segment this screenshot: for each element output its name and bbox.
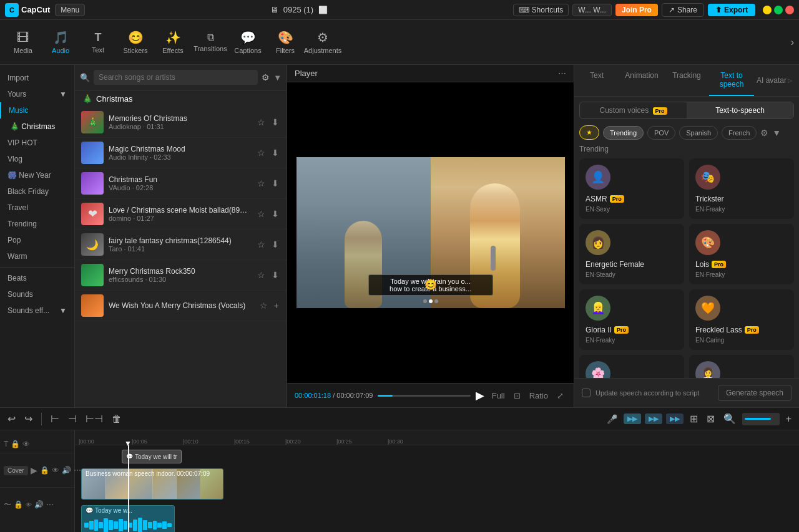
delete-button[interactable]: 🗑 — [109, 411, 124, 427]
download-button[interactable]: ⬇ — [270, 147, 280, 159]
download-button[interactable]: ⬇ — [270, 208, 280, 220]
tab-animation[interactable]: Animation — [619, 65, 664, 96]
tl-audio-button1[interactable]: ▶▶ — [624, 414, 641, 424]
sidebar-item-import[interactable]: Import — [0, 70, 74, 86]
crop-icon-button[interactable]: ⊡ — [511, 390, 523, 402]
eye-icon-audio[interactable]: 👁 — [26, 501, 32, 508]
tool-media[interactable]: 🎞 Media — [5, 24, 41, 61]
tab-ai-avatar[interactable]: AI avatar▷ — [754, 65, 799, 96]
split2-button[interactable]: ⊠ — [704, 410, 717, 427]
sidebar-item-beats[interactable]: Beats — [0, 270, 74, 286]
text-to-speech-button[interactable]: Text-to-speech — [687, 102, 793, 118]
favorite-button[interactable]: ☆ — [256, 208, 267, 220]
sidebar-item-black-friday[interactable]: Black Friday — [0, 183, 74, 200]
add-button[interactable]: + — [273, 299, 280, 312]
tool-text[interactable]: T Text — [80, 24, 116, 61]
favorite-button[interactable]: ☆ — [256, 177, 267, 190]
sidebar-item-travel[interactable]: Travel — [0, 200, 74, 216]
favorite-button[interactable]: ☆ — [256, 238, 267, 251]
tab-tracking[interactable]: Tracking — [664, 65, 709, 96]
lock-icon-caption[interactable]: 🔒 — [11, 440, 20, 448]
voice-card-energetic-female[interactable]: 👩 Energetic Female EN·Steady — [579, 224, 684, 284]
filter-french-button[interactable]: French — [722, 126, 757, 140]
filter-spanish-button[interactable]: Spanish — [679, 126, 718, 140]
maximize-button[interactable] — [774, 6, 783, 14]
download-button[interactable]: ⬇ — [270, 269, 280, 281]
full-button[interactable]: Full — [489, 390, 507, 402]
tool-effects[interactable]: ✨ Effects — [155, 24, 191, 61]
mic-button[interactable]: 🎤 — [604, 412, 620, 427]
filter-trending-button[interactable]: Trending — [603, 126, 644, 140]
ratio-button[interactable]: Ratio — [527, 390, 551, 402]
split-button[interactable]: ⊢ — [48, 410, 62, 427]
trim-left-button[interactable]: ⊣ — [66, 410, 79, 427]
tab-text[interactable]: Text — [574, 65, 619, 96]
list-item[interactable]: 🌙 fairy tale fantasy christmas(1286544) … — [75, 230, 287, 260]
sidebar-item-new-year[interactable]: 🎆 New Year — [0, 167, 74, 183]
zoom-slider[interactable] — [742, 413, 780, 425]
favorite-button[interactable]: ☆ — [256, 116, 267, 128]
filter-pov-button[interactable]: POV — [647, 126, 675, 140]
sidebar-item-yours[interactable]: Yours▼ — [0, 86, 74, 102]
zoom-out-button[interactable]: 🔍 — [721, 410, 738, 427]
more-icon-audio[interactable]: ⋯ — [46, 500, 54, 509]
list-item[interactable]: ❤ Love / Christmas scene Moist ballad(89… — [75, 199, 287, 230]
eye-icon-video[interactable]: 👁 — [52, 466, 59, 475]
list-item[interactable]: 🎄 Memories Of Christmas Audioknap · 01:3… — [75, 107, 287, 138]
voice-card-neutral-woman[interactable]: 👩‍💼 Neutral Woman EN·Steady — [689, 355, 794, 378]
favorite-button[interactable]: ☆ — [256, 269, 267, 281]
tool-adjustments[interactable]: ⚙ Adjustments — [305, 24, 341, 61]
export-button[interactable]: ⬆ Export — [708, 4, 755, 16]
join-pro-button[interactable]: Join Pro — [615, 4, 658, 16]
fullscreen-button[interactable]: ⤢ — [554, 390, 566, 402]
voice-card-peaceful-woman[interactable]: 🌸 Peaceful Woman EN·Flat — [579, 355, 684, 378]
undo-button[interactable]: ↩ — [5, 410, 18, 427]
video-clip[interactable]: Business woman speech indoor. 00:00:07:0… — [81, 468, 223, 500]
filter-expand-icon[interactable]: ▼ — [273, 73, 282, 82]
sidebar-item-christmas[interactable]: 🎄 Christmas — [0, 118, 74, 135]
play-button[interactable]: ▶ — [476, 389, 484, 402]
download-button[interactable]: ⬇ — [270, 238, 280, 251]
tab-text-to-speech[interactable]: Text to speech — [709, 65, 754, 96]
share-button[interactable]: ↗ Share — [662, 3, 704, 17]
list-item[interactable]: Merry Christmas Rock350 efficsounds · 01… — [75, 260, 287, 291]
generate-speech-button[interactable]: Generate speech — [718, 385, 792, 401]
tool-transitions[interactable]: ⧉ Transitions — [192, 24, 228, 61]
audio-vol-icon[interactable]: 🔊 — [34, 500, 44, 509]
sidebar-item-vlog[interactable]: Vlog — [0, 151, 74, 167]
tl-audio-button2[interactable]: ▶▶ — [645, 414, 662, 424]
player-options-icon[interactable]: ⋯ — [558, 69, 566, 78]
toolbar-expand-button[interactable]: › — [791, 37, 794, 48]
download-button[interactable]: ⬇ — [270, 116, 280, 128]
lock-icon-video[interactable]: 🔒 — [40, 466, 49, 475]
close-button[interactable] — [785, 6, 794, 14]
trim-right-button[interactable]: ⊢⊣ — [83, 410, 105, 427]
audio-icon-video[interactable]: 🔊 — [62, 466, 71, 475]
zoom-in-button[interactable]: + — [783, 411, 794, 427]
sidebar-item-vip-hot[interactable]: VIP HOT — [0, 135, 74, 151]
tool-stickers[interactable]: 😊 Stickers — [117, 24, 154, 61]
tl-audio-button3[interactable]: ▶▶ — [666, 414, 684, 424]
caption-clip[interactable]: 💬 Today we will tr — [122, 450, 182, 463]
lock-icon-audio[interactable]: 🔒 — [14, 500, 23, 509]
tool-captions[interactable]: 💬 Captions — [230, 24, 266, 61]
tool-audio[interactable]: 🎵 Audio — [42, 24, 79, 61]
sidebar-item-music[interactable]: Music — [0, 102, 74, 118]
sidebar-item-sounds-eff[interactable]: Sounds eff...▼ — [0, 302, 74, 319]
search-input[interactable] — [94, 70, 258, 85]
snap-button[interactable]: ⊞ — [687, 410, 700, 427]
eye-icon-caption[interactable]: 👁 — [22, 440, 30, 448]
voice-card-asmr[interactable]: 👤 ASMR Pro EN·Sexy — [579, 158, 684, 219]
download-button[interactable]: ⬇ — [270, 177, 280, 190]
cover-button[interactable]: Cover — [4, 466, 28, 475]
sidebar-item-warm[interactable]: Warm — [0, 248, 74, 264]
sidebar-item-trending[interactable]: Trending — [0, 216, 74, 232]
favorite-button[interactable]: ☆ — [258, 299, 269, 312]
voice-card-lois[interactable]: 🎨 Lois Pro EN·Freaky — [689, 224, 794, 284]
list-item[interactable]: Christmas Fun VAudio · 02:28 ☆ ⬇ — [75, 168, 287, 199]
update-speech-checkbox[interactable] — [582, 389, 591, 397]
filter-star-button[interactable]: ★ — [579, 125, 599, 140]
favorite-button[interactable]: ☆ — [256, 147, 267, 159]
sidebar-item-pop[interactable]: Pop — [0, 232, 74, 248]
redo-button[interactable]: ↪ — [22, 410, 35, 427]
